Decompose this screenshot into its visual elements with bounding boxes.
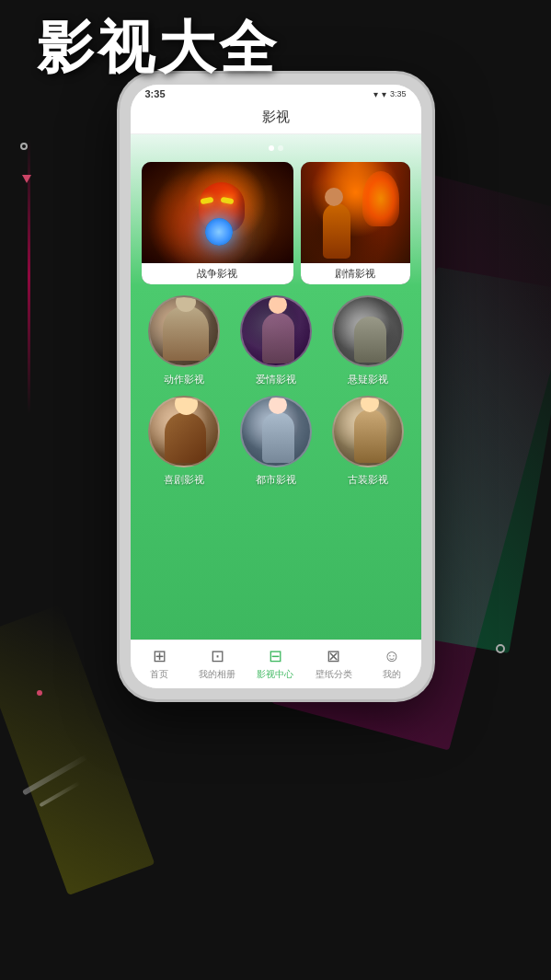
war-card-label: 战争影视 <box>142 263 294 284</box>
action-label: 动作影视 <box>164 373 204 386</box>
urban-figure-head <box>269 396 287 414</box>
drama-movies-card[interactable]: 剧情影视 <box>301 162 409 284</box>
home-icon: ⊞ <box>153 646 166 666</box>
bottom-nav: ⊞ 首页 ⊡ 我的相册 ⊟ 影视中心 ⊠ 壁纸分类 ☺ 我的 <box>131 640 421 688</box>
categories-grid: 动作影视 爱情影视 悬疑影视 <box>142 295 410 487</box>
suspense-figure <box>354 317 386 363</box>
screen-title: 影视 <box>262 109 290 124</box>
dots-indicator <box>142 145 410 151</box>
main-title: 影视大全 <box>37 9 280 86</box>
category-romance[interactable]: 爱情影视 <box>234 295 318 386</box>
featured-row: 战争影视 剧情影视 <box>142 162 410 284</box>
comedy-figure-head <box>175 396 198 415</box>
ancient-circle <box>332 396 404 467</box>
war-movies-card[interactable]: 战争影视 <box>142 162 294 284</box>
category-suspense[interactable]: 悬疑影视 <box>326 295 410 386</box>
wallpaper-label: 壁纸分类 <box>316 668 352 681</box>
aladdin-figure <box>323 203 350 259</box>
bg-dot-3 <box>37 690 42 696</box>
album-icon: ⊡ <box>211 646 224 666</box>
action-figure-body <box>163 306 209 361</box>
app-header: 影视 <box>131 103 421 134</box>
movies-icon: ⊟ <box>269 646 282 666</box>
suspense-circle <box>332 295 404 367</box>
movies-label: 影视中心 <box>257 668 293 681</box>
ironman-glow <box>205 218 233 246</box>
nav-movies[interactable]: ⊟ 影视中心 <box>252 646 298 681</box>
drama-card-label: 剧情影视 <box>301 263 409 284</box>
romance-label: 爱情影视 <box>256 373 296 386</box>
category-comedy[interactable]: 喜剧影视 <box>142 396 226 487</box>
wallpaper-icon: ⊠ <box>327 646 340 666</box>
content-area: 战争影视 剧情影视 <box>131 134 421 640</box>
bg-triangle <box>22 175 31 183</box>
comedy-circle <box>148 396 220 467</box>
aladdin-head <box>325 188 343 206</box>
category-action[interactable]: 动作影视 <box>142 295 226 386</box>
drama-card-image <box>301 162 409 263</box>
nav-home[interactable]: ⊞ 首页 <box>136 646 182 681</box>
wifi-icon: ▾ <box>382 89 386 99</box>
category-urban[interactable]: 都市影视 <box>234 396 318 487</box>
comedy-figure-body <box>165 412 206 463</box>
bg-dot-circle <box>20 143 28 150</box>
phone-screen: 3:35 ▾ ▾ 3:35 影视 <box>131 85 421 688</box>
aladdin-fire <box>362 171 399 226</box>
bg-dot-2 <box>496 644 505 653</box>
album-label: 我的相册 <box>199 668 235 681</box>
action-circle <box>148 295 220 367</box>
category-ancient[interactable]: 古装影视 <box>326 396 410 487</box>
status-icons: ▾ ▾ 3:35 <box>373 89 407 99</box>
nav-wallpaper[interactable]: ⊠ 壁纸分类 <box>311 646 357 681</box>
urban-circle <box>240 396 312 467</box>
nav-album[interactable]: ⊡ 我的相册 <box>194 646 240 681</box>
suspense-label: 悬疑影视 <box>348 373 388 386</box>
status-bar: 3:35 ▾ ▾ 3:35 <box>131 85 421 103</box>
ancient-figure-body <box>354 409 386 463</box>
status-time: 3:35 <box>145 88 166 99</box>
dot-1 <box>269 145 274 151</box>
mine-label: 我的 <box>383 668 401 681</box>
mine-icon: ☺ <box>384 647 400 666</box>
romance-figure-body <box>262 313 294 363</box>
battery-icon: 3:35 <box>390 89 407 98</box>
phone-frame: 3:35 ▾ ▾ 3:35 影视 <box>120 74 432 699</box>
home-label: 首页 <box>150 668 168 681</box>
urban-label: 都市影视 <box>256 473 296 487</box>
romance-circle <box>240 295 312 367</box>
war-card-image <box>142 162 294 263</box>
romance-figure-head <box>269 295 287 314</box>
dot-2 <box>278 145 283 151</box>
nav-mine[interactable]: ☺ 我的 <box>369 647 415 681</box>
comedy-label: 喜剧影视 <box>164 473 204 487</box>
signal-icon: ▾ <box>373 89 378 99</box>
urban-figure-body <box>262 412 294 463</box>
ancient-label: 古装影视 <box>348 473 388 487</box>
